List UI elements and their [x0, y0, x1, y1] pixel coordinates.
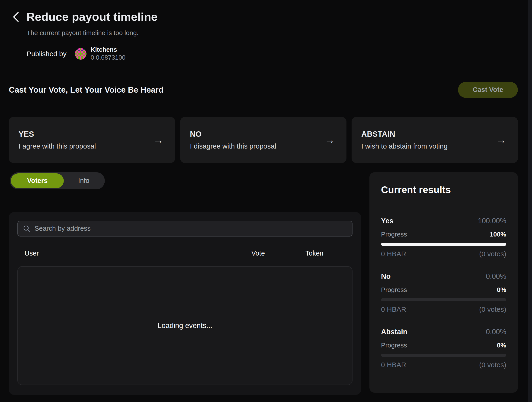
search-input[interactable]: [35, 225, 347, 232]
vote-option-title: ABSTAIN: [361, 130, 448, 139]
result-row-abstain: Abstain 0.00% Progress 0% 0 HBAR (0 vote…: [381, 328, 506, 369]
result-label: Abstain: [381, 328, 407, 336]
progress-label: Progress: [381, 231, 407, 238]
cast-vote-section: Cast Your Vote, Let Your Voice Be Heard …: [9, 82, 518, 98]
result-votes: (0 votes): [479, 305, 506, 313]
column-header-user: User: [25, 250, 39, 257]
vote-option-no[interactable]: NO I disagree with this proposal →: [180, 117, 347, 163]
vote-option-abstain[interactable]: ABSTAIN I wish to abstain from voting →: [352, 117, 518, 163]
result-votes: (0 votes): [479, 361, 506, 369]
column-header-token: Token: [305, 250, 323, 257]
vote-option-title: YES: [19, 130, 96, 139]
vote-option-description: I agree with this proposal: [19, 142, 96, 150]
published-by-label: Published by: [27, 50, 67, 58]
arrow-right-icon: →: [153, 135, 164, 145]
tab-voters[interactable]: Voters: [11, 173, 64, 188]
page-title: Reduce payout timeline: [26, 10, 158, 24]
voters-table-header: User Vote Token: [17, 250, 353, 257]
result-amount: 0 HBAR: [381, 250, 406, 258]
header: Reduce payout timeline: [9, 0, 518, 24]
vote-option-title: NO: [190, 130, 276, 139]
vote-options: YES I agree with this proposal → NO I di…: [9, 117, 518, 163]
search-icon: [23, 225, 30, 232]
progress-label: Progress: [381, 286, 407, 294]
progress-label: Progress: [381, 342, 407, 349]
cast-vote-heading: Cast Your Vote, Let Your Voice Be Heard: [9, 85, 164, 94]
vote-option-yes[interactable]: YES I agree with this proposal →: [9, 117, 175, 163]
progress-bar: [381, 243, 506, 246]
loading-status: Loading events...: [158, 321, 212, 330]
progress-bar: [381, 298, 506, 301]
chevron-left-icon: [13, 12, 19, 22]
progress-value: 100%: [490, 231, 506, 238]
proposal-subtitle: The current payout timeline is too long.: [27, 29, 518, 37]
arrow-right-icon: →: [325, 135, 335, 145]
result-row-no: No 0.00% Progress 0% 0 HBAR (0 votes): [381, 272, 506, 313]
result-percent: 100.00%: [478, 217, 506, 225]
publisher-name: Kitchens: [91, 46, 126, 54]
vote-option-description: I wish to abstain from voting: [361, 142, 448, 150]
vote-option-description: I disagree with this proposal: [190, 142, 276, 150]
result-percent: 0.00%: [486, 272, 506, 281]
tab-bar: Voters Info: [10, 172, 105, 189]
current-results-card: Current results Yes 100.00% Progress 100…: [369, 172, 518, 393]
tab-info[interactable]: Info: [64, 173, 104, 188]
events-panel: Loading events...: [17, 266, 353, 385]
search-box: [17, 221, 353, 237]
progress-value: 0%: [497, 342, 506, 349]
scrollbar[interactable]: [528, 0, 532, 402]
results-title: Current results: [381, 184, 506, 195]
column-header-vote: Vote: [251, 250, 265, 257]
result-amount: 0 HBAR: [381, 305, 406, 313]
result-amount: 0 HBAR: [381, 361, 406, 369]
result-row-yes: Yes 100.00% Progress 100% 0 HBAR (0 vote…: [381, 217, 506, 258]
arrow-right-icon: →: [496, 135, 506, 145]
progress-bar: [381, 354, 506, 357]
back-button[interactable]: [11, 11, 20, 23]
result-label: No: [381, 272, 391, 281]
proposal-page: Reduce payout timeline The current payou…: [9, 0, 518, 395]
result-votes: (0 votes): [479, 250, 506, 258]
publisher-account-id: 0.0.6873100: [91, 54, 126, 62]
cast-vote-button[interactable]: Cast Vote: [458, 82, 518, 98]
result-label: Yes: [381, 217, 393, 225]
voters-panel: User Vote Token Loading events...: [9, 212, 361, 395]
result-percent: 0.00%: [486, 328, 506, 336]
publisher-avatar: [75, 48, 87, 60]
publisher-row: Published by Kitchens 0.0.6873100: [27, 46, 518, 62]
progress-value: 0%: [497, 286, 506, 294]
